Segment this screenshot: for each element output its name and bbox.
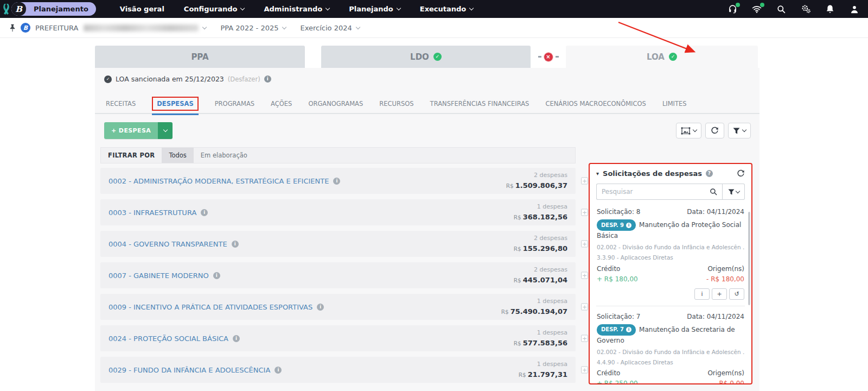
app-logo[interactable]: B Planejamento [11, 2, 96, 16]
online-status-dot [760, 3, 764, 7]
panel-search [596, 184, 745, 200]
chevron-down-icon [397, 6, 401, 10]
nav-configurando[interactable]: Configurando [184, 5, 245, 13]
card-undo-button[interactable]: ↺ [729, 288, 744, 300]
ppa-selector[interactable]: PPA 2022 - 2025 [220, 24, 286, 32]
filter-button[interactable] [728, 123, 751, 138]
redacted-entity-name [84, 24, 199, 31]
tab-ppa[interactable]: PPA [95, 46, 305, 68]
chevron-down-icon [163, 128, 167, 132]
filter-todos[interactable]: Todos [162, 148, 193, 163]
tab-organogramas[interactable]: ORGANOGRAMAS [308, 100, 363, 108]
nav-planejando[interactable]: Planejando [349, 5, 400, 13]
tab-recursos[interactable]: RECURSOS [379, 100, 413, 108]
tab-receitas[interactable]: RECEITAS [106, 100, 136, 108]
breadcrumb: B PREFEITURA PPA 2022 - 2025 Exercício 2… [0, 18, 868, 38]
tab-limites[interactable]: LIMITES [662, 100, 687, 108]
despesa-count: 1 despesa [519, 360, 567, 369]
help-icon[interactable]: ? [706, 170, 713, 177]
product-name: Planejamento [26, 2, 96, 16]
error-x-circle-icon[interactable]: × [544, 53, 553, 61]
info-icon[interactable]: i [275, 367, 282, 374]
origin-value: - R$ 180,00 [706, 275, 744, 283]
chevron-down-icon [693, 128, 697, 132]
add-despesa-dropdown[interactable] [158, 122, 173, 139]
table-row: 0002 - ADMINISTRAÇÃO MODERNA, ESTRATÉGIC… [100, 168, 576, 194]
search-input[interactable] [596, 184, 704, 200]
program-link[interactable]: 0002 - ADMINISTRAÇÃO MODERNA, ESTRATÉGIC… [108, 177, 340, 185]
program-link[interactable]: 0024 - PROTEÇÃO SOCIAL BÁSICAi [108, 335, 240, 343]
tab-transferencias[interactable]: TRANSFERÊNCIAS FINANCEIRAS [430, 100, 529, 108]
info-icon[interactable]: i [213, 272, 220, 279]
topbar-icons [727, 4, 859, 14]
expand-plus-icon[interactable]: + [581, 209, 588, 216]
info-icon[interactable]: i [317, 304, 324, 311]
info-icon[interactable]: i [333, 178, 340, 185]
tab-programas[interactable]: PROGRAMAS [215, 100, 254, 108]
nav-administrando[interactable]: Administrando [264, 5, 329, 13]
entity-selector[interactable]: PREFEITURA [35, 24, 206, 32]
settings-gears-icon[interactable] [801, 4, 810, 14]
notifications-bell-icon[interactable] [825, 4, 835, 14]
snapshot-button[interactable] [676, 123, 701, 138]
support-headset-icon[interactable] [727, 4, 737, 14]
tab-ldo[interactable]: LDO ✓ [321, 46, 531, 68]
list-toolbar [676, 123, 751, 138]
credit-label: Crédito [597, 265, 620, 273]
card-info-button[interactable]: i [694, 288, 710, 300]
search-icon[interactable] [776, 4, 786, 14]
user-profile-icon[interactable] [850, 4, 859, 14]
funnel-icon [728, 189, 735, 195]
credit-label: Crédito [597, 369, 620, 377]
despesa-badge[interactable]: DESP. 9 i [597, 219, 636, 231]
tab-acoes[interactable]: AÇÕES [271, 100, 292, 108]
tab-loa[interactable]: LOA ✓ [566, 46, 758, 68]
despesa-count: 1 despesa [501, 297, 567, 306]
info-icon[interactable]: i [201, 209, 208, 216]
expand-plus-icon[interactable]: + [581, 304, 588, 311]
panel-header: ▾ Solicitações de despesas ? [596, 169, 745, 178]
info-icon[interactable]: i [264, 75, 271, 83]
undo-sanction-link[interactable]: (Desfazer) [228, 75, 260, 83]
expand-plus-icon[interactable]: + [581, 272, 588, 279]
card-add-button[interactable]: + [712, 288, 727, 300]
request-number: Solicitação: 7 [597, 313, 640, 320]
panel-refresh-button[interactable] [737, 169, 745, 178]
nav-visao-geral[interactable]: Visão geral [120, 5, 164, 13]
tab-despesas[interactable]: DESPESAS [152, 97, 198, 111]
org-unit: 02.002 - Divisão do Fundo da Infância e … [597, 243, 744, 251]
wifi-icon[interactable] [752, 4, 762, 14]
chevron-down-icon [282, 24, 286, 29]
ldo-loa-connector: × [531, 46, 566, 68]
panel-filter-button[interactable] [723, 184, 745, 200]
filter-em-elaboracao[interactable]: Em elaboração [194, 148, 254, 163]
origin-value: - R$ 0,00 [714, 380, 744, 384]
filter-bar: FILTRAR POR Todos Em elaboração [100, 147, 576, 163]
info-icon[interactable]: i [232, 241, 239, 248]
exercise-selector[interactable]: Exercício 2024 [300, 24, 359, 32]
org-unit: 02.002 - Divisão do Fundo da Infância e … [597, 348, 744, 356]
table-row: 0009 - INCENTIVO A PRÁTICA DE ATIVIDADES… [100, 294, 576, 320]
panel-scrollbar[interactable] [748, 212, 750, 305]
pin-icon[interactable] [9, 24, 16, 32]
despesa-badge[interactable]: DESP. 7 i [597, 324, 636, 336]
search-button[interactable] [704, 184, 723, 200]
despesa-count: 1 despesa [514, 203, 567, 212]
expand-plus-icon[interactable]: + [581, 241, 588, 248]
add-despesa-button[interactable]: + DESPESA [104, 122, 173, 139]
info-icon[interactable]: i [233, 335, 240, 342]
program-link[interactable]: 0007 - GABINETE MODERNOi [108, 272, 220, 280]
expand-plus-icon[interactable]: + [581, 335, 588, 342]
refresh-button[interactable] [705, 123, 724, 138]
program-link[interactable]: 0003 - INFRAESTRUTURAi [108, 209, 208, 217]
nav-executando[interactable]: Executando [420, 5, 474, 13]
program-link[interactable]: 0009 - INCENTIVO A PRÁTICA DE ATIVIDADES… [108, 303, 324, 311]
info-icon: i [626, 327, 631, 332]
expand-plus-icon[interactable]: + [581, 178, 588, 185]
credit-value: + R$ 250,00 [597, 380, 638, 384]
expand-plus-icon[interactable]: + [581, 367, 588, 374]
tab-cenarios[interactable]: CENÁRIOS MACROECONÔMICOS [545, 100, 646, 108]
program-link[interactable]: 0004 - GOVERNO TRANSPARENTEi [108, 240, 239, 248]
program-link[interactable]: 0029 - FUNDO DA INFÂNCIA E ADOLESCÊNCIAi [108, 366, 282, 374]
collapse-triangle-icon[interactable]: ▾ [596, 171, 599, 176]
